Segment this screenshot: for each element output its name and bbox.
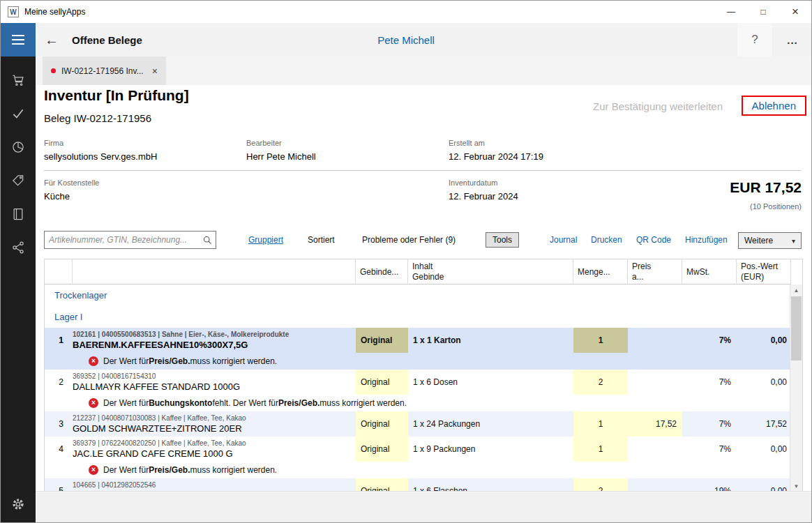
checkmark-icon: [11, 107, 25, 121]
more-actions-dropdown[interactable]: Weitere ▾: [738, 232, 802, 249]
preis-cell[interactable]: 17,52: [628, 411, 682, 437]
sidebar-item-reports[interactable]: [1, 130, 36, 164]
chevron-down-icon: ▾: [792, 237, 795, 245]
problems-filter[interactable]: Probleme oder Fehler (9): [362, 235, 456, 245]
table-row[interactable]: 5 104665 | 04012982052546 WA.FENSHELTERN…: [45, 478, 802, 492]
more-actions-label: Weitere: [744, 236, 773, 245]
tab-close-icon[interactable]: ×: [152, 66, 158, 77]
reject-button[interactable]: Ablehnen: [742, 96, 806, 116]
row-error-message: × Der Wert für Preis/Geb. muss korrigier…: [45, 462, 802, 478]
column-header-preis[interactable]: Preis a...: [628, 259, 682, 285]
preis-cell[interactable]: [628, 478, 682, 492]
journal-link[interactable]: Journal: [550, 235, 577, 245]
mwst-cell: 7%: [682, 437, 737, 462]
article-cell: 369352 | 04008167154310 DALLMAYR KAFFEE …: [73, 370, 356, 395]
app-window: W Meine sellyApps — □ × ← Offene Belege …: [0, 0, 812, 523]
window-title: Meine sellyApps: [24, 7, 85, 17]
inhalt-cell: 1 x 24 Packungen: [408, 411, 573, 437]
article-cell: 102161 | 04005500683513 | Sahne | Eier-,…: [73, 328, 356, 353]
menge-cell[interactable]: 1: [573, 411, 628, 437]
book-icon: [11, 207, 25, 221]
menge-cell[interactable]: 1: [573, 328, 628, 353]
scroll-up-arrow[interactable]: ▲: [790, 285, 802, 296]
sorted-toggle[interactable]: Sortiert: [308, 235, 335, 245]
sidebar-item-settings[interactable]: [1, 490, 36, 518]
sidebar-item-shop[interactable]: [1, 63, 36, 97]
sidebar-item-offers[interactable]: [1, 164, 36, 197]
column-header-inhalt[interactable]: Inhalt Gebinde: [408, 259, 573, 285]
field-label: Erstellt am: [449, 139, 802, 147]
gebinde-cell[interactable]: Original: [356, 328, 408, 353]
scroll-down-arrow[interactable]: ▼: [790, 480, 802, 492]
group-header-lager-1[interactable]: Lager I: [45, 306, 802, 328]
column-header-poswert[interactable]: Pos.-Wert (EUR): [737, 259, 791, 285]
gear-icon: [11, 497, 25, 511]
add-link[interactable]: Hinzufügen: [685, 235, 728, 245]
qr-code-link[interactable]: QR Code: [636, 235, 671, 245]
minimize-button[interactable]: —: [715, 1, 747, 23]
column-header-menge[interactable]: Menge...: [573, 259, 628, 285]
tools-button[interactable]: Tools: [486, 232, 519, 248]
help-button[interactable]: ?: [737, 23, 772, 56]
field-kostenstelle: Für Kostenstelle Küche: [44, 179, 449, 202]
field-label: Firma: [44, 139, 246, 147]
poswert-cell: 17,52: [737, 411, 791, 437]
gebinde-cell[interactable]: Original: [356, 411, 408, 437]
document-number: Beleg IW-0212-171956: [44, 112, 151, 124]
back-button[interactable]: ←: [36, 23, 68, 56]
sidebar-item-tasks[interactable]: [1, 97, 36, 130]
table-body: Trockenlager Lager I 1 102161 | 04005500…: [45, 285, 802, 492]
menge-cell[interactable]: 1: [573, 437, 628, 462]
group-header-trockenlager[interactable]: Trockenlager: [45, 285, 802, 306]
row-error-message: × Der Wert für Preis/Geb. muss korrigier…: [45, 353, 802, 370]
sidebar: [1, 56, 36, 522]
more-options-button[interactable]: ...: [774, 23, 811, 56]
article-name: DALLMAYR KAFFEE STANDARD 1000G: [73, 381, 240, 392]
grouped-toggle[interactable]: Gruppiert: [248, 235, 283, 245]
gebinde-cell[interactable]: Original: [356, 478, 408, 492]
preis-cell[interactable]: [628, 370, 682, 395]
column-header-mwst[interactable]: MwSt.: [682, 259, 737, 285]
inhalt-cell: 1 x 6 Dosen: [408, 370, 573, 395]
table-row[interactable]: 2 369352 | 04008167154310 DALLMAYR KAFFE…: [45, 370, 802, 411]
preis-cell[interactable]: [628, 328, 682, 353]
table-row[interactable]: 1 102161 | 04005500683513 | Sahne | Eier…: [45, 328, 802, 370]
user-name[interactable]: Pete Michell: [377, 34, 435, 46]
sidebar-item-share[interactable]: [1, 231, 36, 264]
document-title: Inventur [In Prüfung]: [44, 87, 189, 104]
preis-cell[interactable]: [628, 437, 682, 462]
column-header-gebinde[interactable]: Gebinde...: [356, 259, 408, 285]
article-meta: 102161 | 04005500683513 | Sahne | Eier-,…: [73, 331, 289, 338]
gebinde-cell[interactable]: Original: [356, 437, 408, 462]
search-box[interactable]: [44, 231, 216, 249]
hamburger-menu-button[interactable]: [1, 23, 36, 56]
sidebar-item-documents[interactable]: [1, 197, 36, 231]
sidebar-nav: [1, 56, 36, 264]
row-number: 4: [45, 437, 73, 462]
maximize-button[interactable]: □: [747, 1, 779, 23]
field-firma: Firma sellysolutions Serv.ges.mbH: [44, 139, 246, 162]
gebinde-cell[interactable]: Original: [356, 370, 408, 395]
poswert-cell: 0,00: [737, 478, 791, 492]
menge-cell[interactable]: 2: [573, 370, 628, 395]
vertical-scrollbar[interactable]: ▲ ▼: [790, 285, 802, 492]
table-row[interactable]: 3 212237 | 04008071030083 | Kaffee | Kaf…: [45, 411, 802, 437]
scrollbar-thumb[interactable]: [791, 296, 802, 361]
poswert-cell: 0,00: [737, 328, 791, 353]
tab-inventur[interactable]: IW-0212-171956 Inv... ×: [43, 56, 166, 85]
positions-table: Gebinde... Inhalt Gebinde Menge... Preis…: [44, 259, 803, 492]
field-bearbeiter: Bearbeiter Herr Pete Michell: [246, 139, 449, 162]
print-link[interactable]: Drucken: [591, 235, 622, 245]
article-cell: 104665 | 04012982052546 WA.FENSHELTERN K…: [73, 478, 356, 492]
field-value: 12. Februar 2024 17:19: [449, 151, 802, 162]
inhalt-cell: 1 x 1 Karton: [408, 328, 573, 353]
menge-cell[interactable]: 2: [573, 478, 628, 492]
table-row[interactable]: 4 369379 | 07622400820250 | Kaffee | Kaf…: [45, 437, 802, 478]
close-button[interactable]: ×: [779, 1, 811, 23]
mwst-cell: 7%: [682, 370, 737, 395]
forward-for-confirmation-button[interactable]: Zur Bestätigung weiterleiten: [593, 100, 723, 112]
article-meta: 212237 | 04008071030083 | Kaffee | Kaffe…: [73, 414, 246, 422]
list-toolbar: Gruppiert Sortiert Probleme oder Fehler …: [44, 231, 802, 250]
hamburger-icon: [11, 34, 25, 45]
search-input[interactable]: [49, 235, 202, 245]
